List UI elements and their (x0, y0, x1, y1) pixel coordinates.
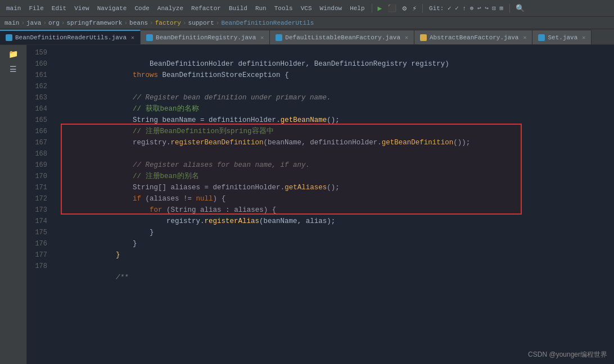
code-line-162: // Register bean definition under primar… (65, 81, 614, 92)
code-line-176: } (65, 238, 614, 249)
ln-162: 162 (27, 81, 47, 92)
ln-177: 177 (27, 249, 47, 261)
bc-sep-7: › (216, 20, 220, 26)
tab-label-4: AbstractBeanFactory.java (430, 34, 518, 41)
menu-code[interactable]: Code (132, 4, 152, 13)
sidebar-project-icon[interactable]: 📁 (6, 47, 20, 61)
bc-factory[interactable]: factory (155, 20, 181, 26)
tab-bdrutils[interactable]: BeanDefinitionReaderUtils.java ✕ (0, 30, 141, 44)
ln-172: 172 (27, 193, 47, 204)
tab-set[interactable]: Set.java ✕ (532, 30, 592, 44)
ln-161: 161 (27, 70, 47, 81)
tab-close-4[interactable]: ✕ (523, 34, 526, 41)
ln-166: 166 (27, 126, 47, 137)
ln-178: 178 (27, 261, 47, 272)
gutter (52, 45, 61, 364)
git-label: Git: ✓ ✓ ↑ ⊕ ↩ ↪ ⊡ ⊞ (429, 4, 503, 12)
bc-springframework[interactable]: springframework (66, 20, 122, 26)
tab-bar: BeanDefinitionReaderUtils.java ✕ BeanDef… (0, 29, 614, 45)
menu-window[interactable]: Window (317, 4, 345, 13)
bc-java[interactable]: java (26, 20, 41, 26)
separator-1 (372, 4, 372, 13)
debug-button[interactable]: ⬛ (386, 3, 398, 14)
code-line-159: BeanDefinitionHolder definitionHolder, B… (65, 47, 614, 58)
bc-sep-3: › (61, 20, 65, 26)
tab-close-2[interactable]: ✕ (260, 34, 264, 41)
menu-build[interactable]: Build (226, 4, 250, 13)
editor-area: 📁 ☰ 159 160 161 162 163 164 165 166 167 … (0, 45, 614, 364)
toolbar-icon-1[interactable]: ⚙ (400, 3, 408, 14)
tab-dlbf[interactable]: DefaultListableBeanFactory.java ✕ (270, 30, 414, 44)
bc-org[interactable]: org (48, 20, 60, 26)
menu-run[interactable]: Run (252, 4, 269, 13)
ln-169: 169 (27, 160, 47, 171)
menu-tools[interactable]: Tools (272, 4, 296, 13)
breadcrumb: main › java › org › springframework › be… (0, 17, 614, 29)
code-line-177 (65, 249, 614, 261)
ln-175: 175 (27, 227, 47, 238)
ln-167: 167 (27, 137, 47, 148)
ln-173: 173 (27, 204, 47, 216)
ln-174: 174 (27, 216, 47, 227)
code-line-168: // Register aliases for bean name, if an… (65, 148, 614, 160)
bc-sep-2: › (43, 20, 47, 26)
tab-label-1: BeanDefinitionReaderUtils.java (15, 34, 127, 41)
bc-sep-4: › (124, 20, 128, 26)
bc-class[interactable]: BeanDefinitionReaderUtils (221, 20, 314, 26)
ln-160: 160 (27, 58, 47, 70)
tab-bdregistry[interactable]: BeanDefinitionRegistry.java ✕ (141, 30, 270, 44)
bc-sep-1: › (21, 20, 25, 26)
code-line-178: /** (65, 261, 614, 272)
menu-analyze[interactable]: Analyze (155, 4, 186, 13)
line-numbers: 159 160 161 162 163 164 165 166 167 168 … (27, 45, 52, 364)
sidebar-structure-icon[interactable]: ☰ (7, 62, 19, 76)
tab-label-3: DefaultListableBeanFactory.java (285, 34, 400, 41)
menu-file[interactable]: File (26, 4, 46, 13)
tab-abf[interactable]: AbstractBeanFactory.java ✕ (414, 30, 532, 44)
watermark: CSDN @younger编程世界 (528, 350, 607, 360)
bc-sep-6: › (183, 20, 187, 26)
menu-refactor[interactable]: Refactor (188, 4, 224, 13)
separator-3 (509, 4, 510, 13)
ln-159: 159 (27, 47, 47, 58)
tab-icon-4 (420, 34, 427, 41)
tab-icon-3 (276, 34, 282, 41)
bc-support[interactable]: support (188, 20, 214, 26)
run-button[interactable]: ▶ (376, 3, 384, 14)
ln-164: 164 (27, 103, 47, 115)
tab-close-1[interactable]: ✕ (131, 34, 134, 41)
tab-label-2: BeanDefinitionRegistry.java (156, 34, 256, 41)
menu-vcs[interactable]: VCS (298, 4, 315, 13)
tab-icon-2 (146, 34, 153, 41)
tab-close-5[interactable]: ✕ (582, 34, 585, 41)
bc-main[interactable]: main (4, 20, 19, 26)
ln-171: 171 (27, 182, 47, 193)
menu-main[interactable]: main (3, 4, 24, 13)
ln-165: 165 (27, 115, 47, 126)
toolbar-icon-2[interactable]: ⚡ (410, 3, 418, 14)
bc-beans[interactable]: beans (129, 20, 148, 26)
ln-168: 168 (27, 148, 47, 160)
menu-navigate[interactable]: Navigate (94, 4, 130, 13)
bc-sep-5: › (150, 20, 154, 26)
left-sidebar: 📁 ☰ (0, 45, 27, 364)
ln-170: 170 (27, 171, 47, 182)
separator-2 (422, 4, 423, 13)
ln-176: 176 (27, 238, 47, 249)
tab-icon-1 (6, 34, 12, 41)
tab-icon-5 (538, 34, 545, 41)
code-content[interactable]: BeanDefinitionHolder definitionHolder, B… (61, 45, 614, 364)
menu-edit[interactable]: Edit (49, 4, 69, 13)
ln-163: 163 (27, 92, 47, 103)
code-editor[interactable]: 159 160 161 162 163 164 165 166 167 168 … (27, 45, 614, 364)
search-icon[interactable]: 🔍 (514, 3, 526, 14)
tab-close-3[interactable]: ✕ (405, 34, 408, 41)
menu-view[interactable]: View (71, 4, 92, 13)
menu-help[interactable]: Help (347, 4, 367, 13)
tab-label-5: Set.java (548, 34, 577, 41)
toolbar: main File Edit View Navigate Code Analyz… (0, 0, 614, 17)
